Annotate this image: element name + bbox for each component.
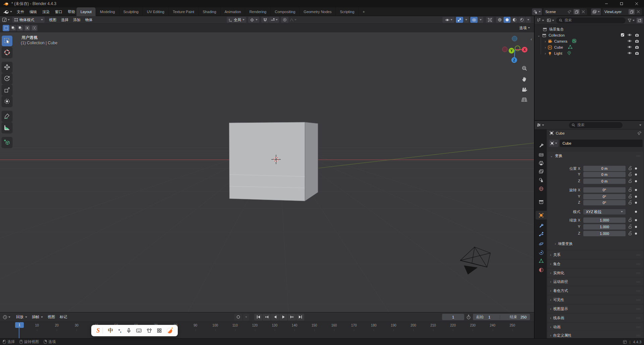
panel-关系[interactable]: ›关系::::	[547, 251, 643, 259]
animate-dot[interactable]	[635, 226, 637, 228]
emoji-icon[interactable]: ✦	[167, 328, 172, 334]
shading-material-button[interactable]	[511, 17, 518, 23]
lock-open-icon[interactable]	[628, 166, 632, 171]
microphone-icon[interactable]	[126, 328, 131, 333]
minimize-button[interactable]	[599, 0, 614, 7]
exclude-checkbox[interactable]	[621, 33, 625, 38]
transform-mode-dropdown[interactable]: XYZ 欧拉	[583, 209, 626, 214]
frame-range-field[interactable]: 起始1 结束250	[473, 314, 530, 320]
lock-open-icon[interactable]	[628, 194, 632, 199]
workspace-tab-animation[interactable]: Animation	[220, 7, 245, 16]
camera-object[interactable]	[460, 247, 490, 275]
viewport-canvas[interactable]: Y X Z 用户透视 (1) Collection | Cube ‹	[0, 32, 534, 312]
outliner-row-camera[interactable]: ›Camera	[535, 38, 644, 44]
properties-tab-material[interactable]	[536, 265, 547, 274]
transform-value-field[interactable]: 0°	[583, 194, 626, 199]
current-frame-marker[interactable]: 1	[15, 322, 24, 328]
workspace-tab-geometry-nodes[interactable]: Geometry Nodes	[299, 7, 335, 16]
lock-open-icon[interactable]	[628, 231, 632, 236]
workspace-tab-scripting[interactable]: Scripting	[335, 7, 358, 16]
panel-线条画[interactable]: ›线条画::::	[547, 314, 643, 322]
panel-视图显示[interactable]: ›视图显示::::	[547, 305, 643, 313]
viewlayer-browse-button[interactable]	[591, 8, 601, 15]
scene-browse-button[interactable]	[532, 8, 542, 15]
render-camera-toggle[interactable]	[635, 45, 639, 50]
add-cube-tool[interactable]	[2, 137, 12, 148]
rotate-tool[interactable]	[2, 73, 12, 84]
transform-tool[interactable]	[2, 96, 12, 107]
transform-value-field[interactable]: 0 m	[583, 166, 626, 171]
render-camera-toggle[interactable]	[635, 33, 639, 38]
sogou-logo-icon[interactable]: S	[97, 327, 103, 334]
auto-keying-dropdown[interactable]	[243, 314, 249, 321]
snap-target-dropdown[interactable]	[269, 17, 279, 23]
drag-handle-icon[interactable]: ::::	[636, 154, 641, 157]
transform-value-field[interactable]: 0°	[583, 187, 626, 193]
camera-view-button[interactable]	[520, 85, 529, 94]
panel-着色方式[interactable]: ›着色方式::::	[547, 287, 643, 295]
shading-rendered-button[interactable]	[518, 17, 525, 23]
zoom-button[interactable]	[520, 64, 529, 72]
properties-tab-constraints[interactable]	[536, 248, 547, 257]
workspace-tab-sculpting[interactable]: Sculpting	[119, 7, 143, 16]
transform-value-field[interactable]: 0°	[583, 200, 626, 205]
hide-eye-toggle[interactable]	[627, 45, 632, 50]
properties-editor[interactable]: 搜索 Cube Cube ⌄ 变换 :::: › 增量变换 位置 X0 mY0 …	[534, 120, 644, 338]
render-camera-toggle[interactable]	[635, 39, 639, 44]
editor-type-button[interactable]	[0, 17, 10, 22]
workspace-tab-layout[interactable]: Layout	[76, 7, 96, 16]
jump-start-button[interactable]	[254, 314, 262, 321]
new-collection-button[interactable]	[637, 18, 643, 23]
xray-toggle[interactable]	[486, 17, 493, 23]
menu-窗口[interactable]: 窗口	[52, 7, 65, 16]
select-box-tool[interactable]	[2, 36, 12, 46]
hide-eye-toggle[interactable]	[627, 51, 632, 56]
object-name-field[interactable]: Cube	[560, 140, 643, 147]
chevron-collapsed-icon[interactable]: ›	[545, 52, 546, 55]
transform-value-field[interactable]: 0 m	[583, 172, 626, 177]
menu-帮助[interactable]: 帮助	[65, 7, 78, 16]
annotate-tool[interactable]	[2, 111, 12, 121]
maximize-button[interactable]	[614, 0, 629, 7]
proportional-edit-toggle[interactable]	[281, 17, 288, 23]
viewport-menu-选择[interactable]: 选择	[59, 16, 71, 24]
viewport-menu-物体[interactable]: 物体	[83, 16, 95, 24]
outliner-row-cube[interactable]: ›Cube	[535, 44, 644, 50]
gizmos-toggle[interactable]	[456, 17, 463, 23]
play-reverse-button[interactable]	[271, 314, 279, 321]
close-icon[interactable]	[582, 10, 585, 13]
animate-dot[interactable]	[635, 202, 637, 204]
lock-open-icon[interactable]	[628, 179, 632, 184]
sidebar-collapse-chevron[interactable]: ‹	[531, 37, 532, 42]
snap-toggle[interactable]	[261, 17, 269, 23]
workspace-tab-uv-editing[interactable]: UV Editing	[143, 7, 168, 16]
shading-dropdown[interactable]	[526, 17, 531, 23]
timeline-ruler[interactable]: 1 10203040506070809010011012013014015016…	[0, 322, 534, 339]
timeline-menu-标记[interactable]: 标记	[57, 313, 69, 321]
animate-dot[interactable]	[635, 180, 637, 182]
select-mode-extend[interactable]	[10, 25, 16, 31]
outliner-row-scene-collection[interactable]: 场景集合	[535, 26, 644, 32]
pan-hand-button[interactable]	[520, 75, 529, 83]
orientation-dropdown[interactable]: 全局	[227, 17, 246, 23]
overlays-toggle[interactable]	[470, 17, 478, 23]
close-button[interactable]	[629, 0, 644, 7]
ortho-toggle-button[interactable]	[520, 95, 529, 104]
select-mode-intersect[interactable]	[31, 25, 38, 31]
properties-search-field[interactable]: 搜索	[569, 122, 623, 128]
timeline-menu-视图[interactable]: 视图	[45, 313, 57, 321]
skin-icon[interactable]	[147, 328, 152, 333]
hide-eye-toggle[interactable]	[627, 39, 632, 44]
lock-open-icon[interactable]	[628, 225, 632, 230]
next-keyframe-button[interactable]	[288, 314, 296, 321]
panel-集合[interactable]: ›集合::::	[547, 260, 643, 268]
render-camera-toggle[interactable]	[635, 51, 639, 56]
jump-end-button[interactable]	[296, 314, 304, 321]
animate-dot[interactable]	[635, 189, 637, 191]
viewport-3d[interactable]: 物体模式 视图选择添加物体 全局	[0, 16, 534, 312]
gizmo-neg-y[interactable]	[515, 46, 520, 51]
timeline-menu-回放[interactable]: 回放	[14, 313, 30, 321]
timeline-menu-插帧[interactable]: 插帧	[30, 313, 45, 321]
delta-transform-subpanel[interactable]: › 增量变换	[555, 241, 573, 246]
animate-dot[interactable]	[635, 219, 637, 221]
